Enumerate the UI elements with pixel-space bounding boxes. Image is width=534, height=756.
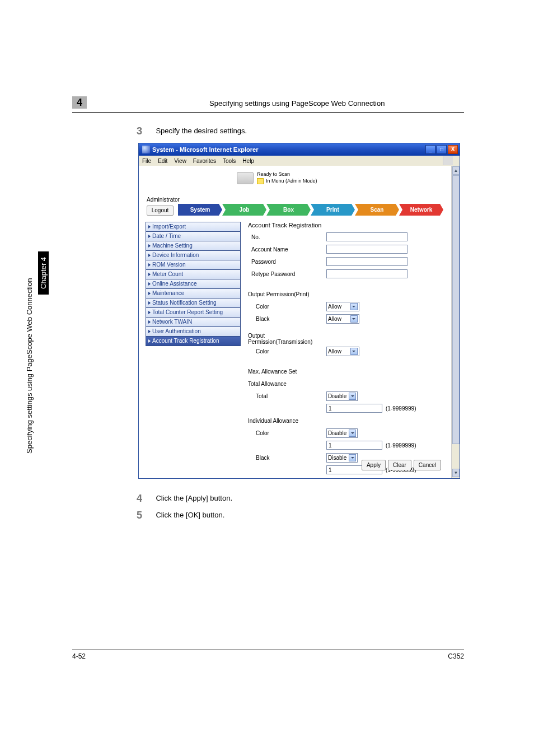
minimize-button[interactable]: _ (425, 145, 435, 154)
menu-tools[interactable]: Tools (223, 158, 236, 164)
maximize-button[interactable]: □ (437, 145, 447, 154)
account-name-label: Account Name (248, 246, 326, 253)
sidebar-item-user-authentication[interactable]: User Authentication (146, 326, 241, 337)
menu-edit[interactable]: Edit (158, 158, 167, 164)
step3-text: Specify the desired settings. (156, 127, 247, 135)
logout-button[interactable]: Logout (147, 206, 174, 216)
step3-number: 3 (137, 125, 153, 137)
menu-file[interactable]: File (142, 158, 151, 164)
titlebar: System - Microsoft Internet Explorer _ □… (139, 143, 460, 156)
side-chapter-badge: Chapter 4 (38, 251, 49, 295)
sidebar-item-status-notification[interactable]: Status Notification Setting (146, 298, 241, 308)
screenshot-window: System - Microsoft Internet Explorer _ □… (138, 143, 460, 479)
individual-allowance-label: Individual Allowance (248, 418, 326, 424)
indiv-color-label: Color (248, 430, 326, 436)
page-number: 4-52 (72, 652, 86, 660)
tab-scan[interactable]: Scan (355, 204, 399, 216)
indiv-color-select[interactable]: Disable (326, 428, 358, 438)
window-title: System - Microsoft Internet Explorer (152, 146, 259, 153)
sidebar-item-account-track-registration[interactable]: Account Track Registration (146, 336, 241, 346)
print-color-label: Color (248, 304, 326, 310)
no-input[interactable] (326, 232, 407, 241)
step4-number: 4 (137, 493, 153, 505)
printer-icon (237, 172, 254, 184)
form-title: Account Track Registration (248, 222, 442, 228)
password-label: Password (248, 259, 326, 265)
chapter-number-box: 4 (72, 96, 87, 109)
model-number: C352 (448, 652, 464, 660)
status-area: Ready to Scan In Menu (Admin Mode) (237, 171, 317, 184)
ie-icon (142, 146, 150, 153)
total-value-input[interactable]: 1 (326, 404, 382, 413)
tab-system[interactable]: System (178, 204, 222, 216)
sidebar-item-device-information[interactable]: Device Information (146, 250, 241, 260)
tab-bar: System Job Box Print Scan Network (178, 204, 443, 216)
sidebar-item-machine-setting[interactable]: Machine Setting (146, 241, 241, 251)
sidebar-item-online-assistance[interactable]: Online Assistance (146, 279, 241, 289)
apply-button[interactable]: Apply (362, 460, 386, 470)
sidebar: Import/Export Date / Time Machine Settin… (146, 222, 241, 346)
chevron-down-icon (349, 393, 356, 400)
menubar: File Edit View Favorites Tools Help (139, 156, 460, 166)
close-button[interactable]: X (448, 145, 458, 154)
output-permission-transmission-title: Output Permission(Transmission) (248, 333, 326, 345)
sidebar-item-import-export[interactable]: Import/Export (146, 222, 241, 232)
password-input[interactable] (326, 257, 407, 266)
transmission-color-label: Color (248, 348, 326, 354)
vertical-scrollbar[interactable]: ▲ ▼ (451, 166, 460, 478)
tab-job[interactable]: Job (222, 204, 266, 216)
step4-text: Click the [Apply] button. (156, 494, 232, 502)
total-allowance-label: Total Allowance (248, 381, 326, 387)
scroll-thumb[interactable] (452, 175, 460, 444)
status-mode: In Menu (Admin Mode) (257, 178, 317, 184)
sidebar-item-date-time[interactable]: Date / Time (146, 231, 241, 241)
chevron-down-icon (349, 430, 356, 437)
sidebar-item-meter-count[interactable]: Meter Count (146, 269, 241, 279)
total-select[interactable]: Disable (326, 391, 358, 401)
side-vertical-caption: Specifying settings using PageScope Web … (25, 278, 34, 454)
retype-password-label: Retype Password (248, 271, 326, 277)
administrator-label: Administrator (147, 197, 180, 203)
chevron-down-icon (350, 303, 358, 310)
output-permission-print-title: Output Permission(Print) (248, 291, 326, 297)
form-area: Account Track Registration No. Account N… (248, 222, 442, 476)
indiv-color-value-input[interactable]: 1 (326, 441, 382, 450)
sidebar-item-maintenance[interactable]: Maintenance (146, 288, 241, 298)
max-allowance-set-title: Max. Allowance Set (248, 368, 326, 375)
total-range-label: (1-9999999) (386, 405, 416, 412)
step5-number: 5 (137, 510, 153, 521)
total-label: Total (248, 393, 326, 399)
warning-icon (257, 178, 264, 184)
tab-box[interactable]: Box (266, 204, 311, 216)
print-color-select[interactable]: Allow (326, 302, 359, 311)
chevron-down-icon (350, 315, 358, 323)
no-label: No. (248, 234, 326, 240)
menu-help[interactable]: Help (242, 158, 254, 164)
menu-view[interactable]: View (174, 158, 186, 164)
account-name-input[interactable] (326, 245, 407, 254)
clear-button[interactable]: Clear (388, 460, 411, 470)
tab-network[interactable]: Network (399, 204, 443, 216)
header-rule (72, 112, 464, 113)
chevron-down-icon (350, 348, 358, 355)
cancel-button[interactable]: Cancel (414, 460, 441, 470)
tab-print[interactable]: Print (311, 204, 355, 216)
scroll-up-icon[interactable]: ▲ (452, 166, 460, 175)
print-black-select[interactable]: Allow (326, 314, 359, 324)
footer-rule (72, 650, 464, 650)
indiv-color-range-label: (1-9999999) (386, 442, 416, 449)
scroll-down-icon[interactable]: ▼ (452, 469, 460, 477)
status-ready: Ready to Scan (257, 171, 317, 177)
print-black-label: Black (248, 316, 326, 322)
sidebar-item-network-twain[interactable]: Network TWAIN (146, 317, 241, 327)
sidebar-item-total-counter-report[interactable]: Total Counter Report Setting (146, 307, 241, 318)
throbber-icon (443, 156, 453, 165)
transmission-color-select[interactable]: Allow (326, 347, 359, 356)
sidebar-item-rom-version[interactable]: ROM Version (146, 260, 241, 270)
section-header-title: Specifying settings using PageScope Web … (209, 99, 385, 108)
menu-favorites[interactable]: Favorites (193, 158, 216, 164)
retype-password-input[interactable] (326, 269, 407, 278)
step5-text: Click the [OK] button. (156, 511, 224, 519)
